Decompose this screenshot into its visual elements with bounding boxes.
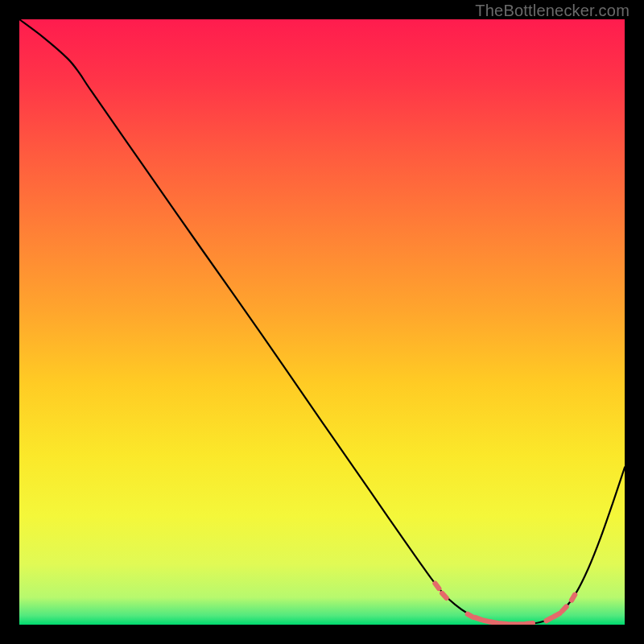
attribution-text: TheBottlenecker.com: [475, 2, 630, 20]
bottleneck-curve-plot: [19, 19, 625, 625]
chart-frame: TheBottlenecker.com: [0, 0, 644, 644]
